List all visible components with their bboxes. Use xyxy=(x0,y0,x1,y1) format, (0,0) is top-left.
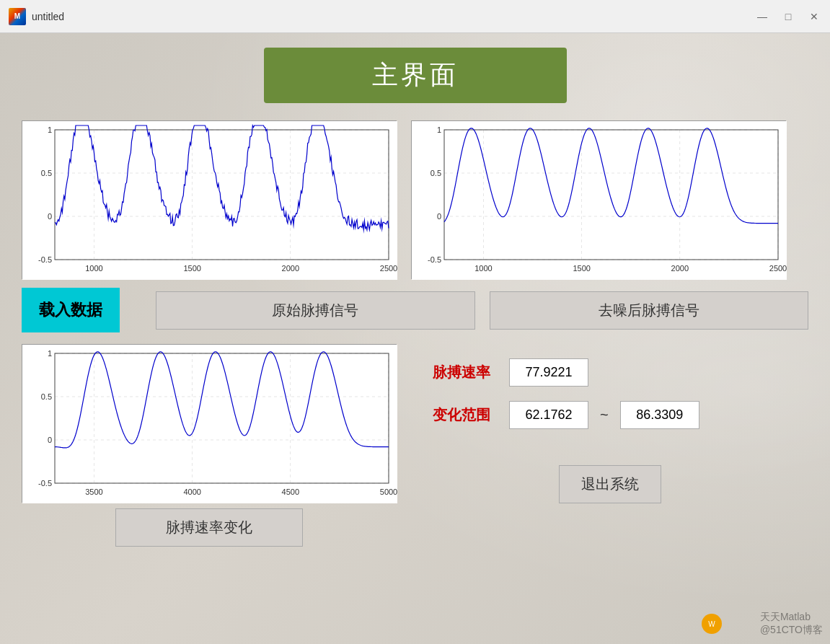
pulse-rate-row: 脉搏速率 77.9221 xyxy=(433,358,787,387)
minimize-button[interactable]: — xyxy=(755,9,769,24)
top-plots-row xyxy=(22,120,808,279)
titlebar: M untitled — □ ✕ xyxy=(0,0,830,33)
labels-row1: 载入数据 原始脉搏信号 去噪后脉搏信号 xyxy=(22,288,808,332)
maximize-button[interactable]: □ xyxy=(781,9,795,24)
watermark-text1: 天天Matlab xyxy=(760,611,811,622)
load-data-button[interactable]: 载入数据 xyxy=(22,288,120,332)
pulse-rate-plot xyxy=(22,345,397,503)
watermark-text2: @51CTO博客 xyxy=(760,624,823,635)
range-min-value: 62.1762 xyxy=(509,401,588,429)
main-content: 主界面 载入数据 原始脉搏信号 去噪后脉搏信号 脉搏速率变化 xyxy=(0,33,830,644)
exit-button[interactable]: 退出系统 xyxy=(559,465,661,503)
original-signal-button[interactable]: 原始脉搏信号 xyxy=(156,291,475,330)
pulse-rate-change-button[interactable]: 脉搏速率变化 xyxy=(115,508,303,547)
close-button[interactable]: ✕ xyxy=(807,9,821,24)
plot1-container xyxy=(22,120,397,279)
denoised-signal-plot xyxy=(412,121,787,280)
watermark-icon: W xyxy=(702,614,722,634)
plot3-container xyxy=(22,344,397,503)
range-label: 变化范围 xyxy=(433,405,498,425)
range-row: 变化范围 62.1762 ~ 86.3309 xyxy=(433,401,787,429)
bottom-row: 脉搏速率变化 脉搏速率 77.9221 变化范围 62.1762 ~ 86.33… xyxy=(22,344,808,547)
titlebar-left: M untitled xyxy=(9,8,64,25)
main-title: 主界面 xyxy=(372,60,459,89)
watermark: 天天Matlab @51CTO博客 xyxy=(760,611,823,637)
bottom-left: 脉搏速率变化 xyxy=(22,344,397,547)
plot2-container xyxy=(411,120,786,279)
bottom-right: 脉搏速率 77.9221 变化范围 62.1762 ~ 86.3309 退出系统 xyxy=(411,344,808,518)
original-signal-plot xyxy=(22,121,397,280)
app-icon: M xyxy=(9,8,26,25)
denoised-signal-button[interactable]: 去噪后脉搏信号 xyxy=(490,291,809,330)
range-tilde: ~ xyxy=(600,407,609,423)
pulse-rate-value: 77.9221 xyxy=(509,358,588,387)
header-banner: 主界面 xyxy=(264,48,567,103)
range-max-value: 86.3309 xyxy=(620,401,699,429)
pulse-rate-label: 脉搏速率 xyxy=(433,363,498,382)
window-controls: — □ ✕ xyxy=(755,9,821,24)
window-title: untitled xyxy=(32,11,64,22)
